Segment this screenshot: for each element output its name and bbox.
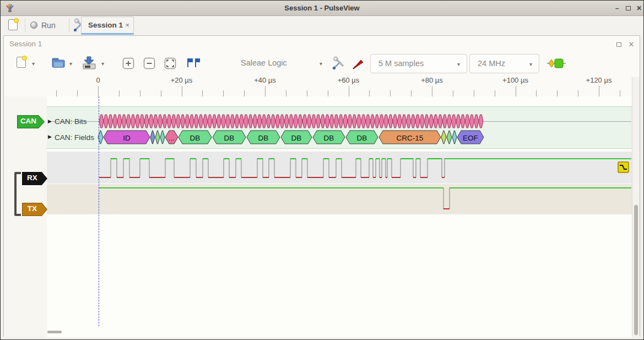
ruler-major-tick — [265, 86, 266, 96]
tab-label: Session 1 — [88, 21, 123, 29]
session-title: Session 1 — [9, 40, 42, 48]
decoder-row-fields-label: CAN: Fields — [55, 133, 94, 142]
ruler-minor-tick — [286, 90, 286, 96]
ruler-tick-label: +120 µs — [586, 76, 612, 84]
ruler-tick-label: +60 µs — [338, 76, 360, 84]
trace-label-gutter — [4, 96, 47, 337]
time-cursor-line[interactable] — [99, 96, 99, 326]
ruler-minor-tick — [328, 90, 328, 96]
run-button[interactable]: Run — [30, 18, 64, 33]
run-label: Run — [41, 21, 56, 30]
tx-trace-background — [47, 184, 632, 214]
sample-count-dropdown-icon: ▾ — [457, 61, 460, 67]
ruler-minor-tick — [620, 90, 620, 96]
signal-tag-tx[interactable]: TX — [22, 203, 47, 216]
device-selector[interactable]: Saleae Logic — [241, 58, 287, 67]
ruler-minor-tick — [369, 90, 370, 96]
ruler-minor-tick — [495, 90, 495, 96]
ruler-minor-tick — [202, 90, 203, 96]
ruler-minor-tick — [56, 90, 57, 96]
ruler-major-tick — [432, 86, 432, 96]
ruler-minor-tick — [578, 90, 578, 96]
main-toolbar: Run Session 1 × — [1, 16, 643, 35]
toolbar-separator — [69, 18, 69, 33]
ruler-minor-tick — [223, 90, 224, 96]
ruler-major-tick — [599, 86, 599, 96]
sample-rate-value: 24 MHz — [478, 59, 505, 68]
ruler-minor-tick — [244, 90, 245, 96]
toolbar-separator — [25, 18, 25, 33]
vertical-scrollbar[interactable] — [632, 77, 640, 337]
ruler-minor-tick — [307, 90, 307, 96]
ruler-minor-tick — [411, 90, 412, 96]
channels-probe-icon[interactable] — [351, 56, 366, 71]
session-maximize-icon[interactable] — [614, 40, 624, 49]
close-icon[interactable]: ✕ — [634, 4, 644, 13]
device-dropdown-icon[interactable]: ▾ — [320, 61, 322, 67]
zoom-out-button[interactable] — [143, 57, 156, 70]
ruler-tick-label: +100 µs — [502, 76, 528, 84]
horizontal-scrollbar-thumb[interactable] — [47, 331, 62, 333]
decoder-row-bits-label: CAN: Bits — [55, 117, 87, 126]
ruler-minor-tick — [140, 90, 140, 96]
sample-rate-dropdown-icon: ▾ — [529, 61, 532, 67]
ruler-major-tick — [516, 86, 516, 96]
ruler-minor-tick — [119, 90, 120, 96]
ruler-minor-tick — [453, 90, 453, 96]
ruler-tick-label: +80 µs — [421, 76, 443, 84]
ruler-tick-label: +40 µs — [254, 76, 276, 84]
sample-rate-combo[interactable]: 24 MHz ▾ — [469, 54, 539, 73]
vertical-scrollbar-thumb[interactable] — [634, 205, 638, 335]
signal-group-bracket[interactable] — [14, 172, 21, 216]
ruler-minor-tick — [77, 90, 78, 96]
ruler-minor-tick — [474, 90, 474, 96]
signal-tag-rx[interactable]: RX — [22, 172, 47, 185]
expander-icon[interactable]: ▶ — [48, 134, 52, 139]
maximize-icon[interactable] — [623, 4, 633, 13]
zoom-fit-button[interactable] — [164, 57, 177, 70]
titlebar: Session 1 - PulseView – ✕ — [1, 1, 643, 16]
decoder-tag-can[interactable]: CAN — [17, 115, 45, 128]
sample-count-value: 5 M samples — [378, 59, 424, 68]
show-cursors-button[interactable] — [185, 56, 201, 71]
save-button[interactable] — [82, 55, 97, 71]
sample-count-combo[interactable]: 5 M samples ▾ — [370, 54, 467, 73]
ruler-major-tick — [182, 86, 182, 96]
ruler-major-tick — [98, 86, 99, 96]
run-led-icon — [30, 21, 37, 29]
save-dropdown-icon[interactable]: ▾ — [101, 61, 104, 67]
rx-trace-background — [47, 152, 632, 184]
ruler-minor-tick — [161, 90, 161, 96]
ruler-tick-label: +20 µs — [171, 76, 193, 84]
zoom-in-button[interactable] — [122, 57, 135, 70]
tab-session-1[interactable]: Session 1 × — [81, 17, 134, 35]
decoder-rows-background — [47, 106, 632, 149]
ruler-minor-tick — [536, 90, 537, 96]
new-view-button[interactable] — [14, 55, 30, 71]
ruler-minor-tick — [390, 90, 391, 96]
new-view-dropdown-icon[interactable]: ▾ — [32, 61, 35, 67]
ruler-major-tick — [349, 86, 349, 96]
ruler-minor-tick — [557, 90, 558, 96]
open-dropdown-icon[interactable]: ▾ — [69, 61, 72, 67]
add-decoder-button[interactable] — [547, 57, 566, 69]
configure-device-icon[interactable] — [332, 56, 346, 71]
pulseview-window: Session 1 - PulseView – ✕ Run Session 1 … — [0, 0, 644, 340]
session-close-icon[interactable]: ✕ — [626, 40, 636, 49]
window-title: Session 1 - PulseView — [1, 4, 643, 12]
minimize-icon[interactable]: – — [612, 4, 622, 13]
new-session-button[interactable] — [6, 18, 21, 33]
trigger-falling-edge-badge[interactable] — [618, 161, 629, 173]
tab-close-icon[interactable]: × — [125, 21, 129, 29]
open-file-button[interactable] — [51, 56, 66, 71]
expander-icon[interactable]: ▶ — [48, 118, 52, 124]
ruler-tick-label: 0 — [96, 76, 100, 84]
time-ruler[interactable]: 0+20 µs+40 µs+60 µs+80 µs+100 µs+120 µs — [4, 76, 640, 96]
